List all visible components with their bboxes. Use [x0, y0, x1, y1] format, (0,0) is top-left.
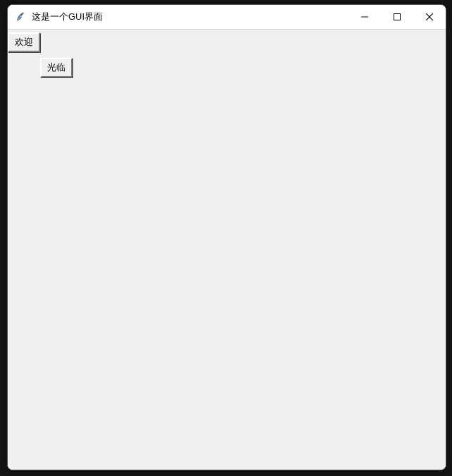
- desktop-background: 这是一个GUI界面 欢迎 光临: [0, 0, 452, 476]
- window-controls: [349, 5, 446, 29]
- close-button[interactable]: [413, 5, 446, 29]
- client-area: 欢迎 光临: [8, 30, 446, 470]
- titlebar[interactable]: 这是一个GUI界面: [8, 5, 446, 30]
- app-window: 这是一个GUI界面 欢迎 光临: [7, 4, 446, 470]
- minimize-button[interactable]: [349, 5, 381, 29]
- maximize-button[interactable]: [381, 5, 413, 29]
- svg-rect-1: [394, 14, 401, 20]
- welcome-button[interactable]: 欢迎: [8, 32, 40, 52]
- feather-icon: [15, 11, 26, 23]
- window-title: 这是一个GUI界面: [32, 11, 103, 23]
- visit-button[interactable]: 光临: [40, 58, 73, 77]
